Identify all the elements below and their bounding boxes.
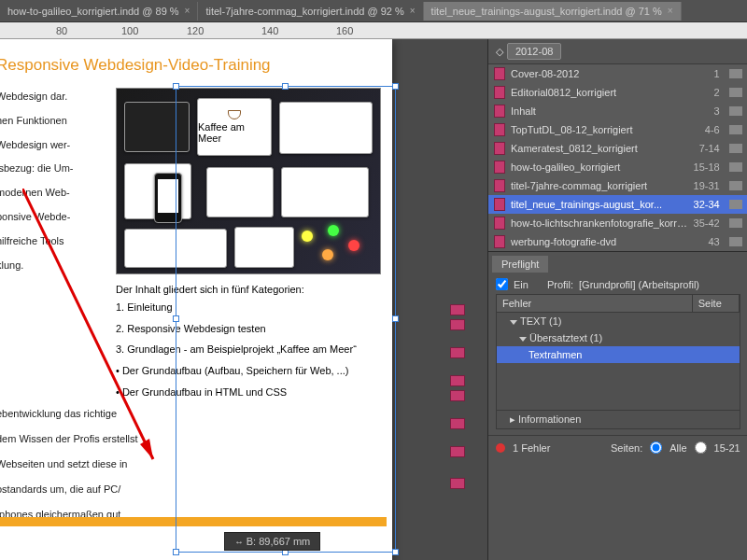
- ruler-horizontal: 80 100 120 140 160: [0, 22, 747, 39]
- document-icon: [494, 217, 505, 230]
- body-text: Webdesign dar. hen Funktionen Webdesign …: [0, 88, 103, 280]
- tab-7jahre[interactable]: titel-7jahre-commag_korrigiert.indd @ 92…: [198, 2, 423, 21]
- spread-icon: [729, 162, 742, 172]
- book-doc-row[interactable]: titel-7jahre-commag_korrigiert19-31: [488, 176, 747, 195]
- spread-icon: [729, 200, 742, 209]
- spread-icon: [729, 237, 742, 246]
- book-documents-list: Cover-08-20121Editorial0812_korrigiert2I…: [488, 64, 747, 251]
- error-group-ubersatz[interactable]: Übersatztext (1): [497, 329, 740, 346]
- content-list: 1. Einleitung 2. Responsive Webdesign te…: [116, 299, 383, 400]
- preflight-tab[interactable]: Preflight: [492, 256, 548, 273]
- close-icon[interactable]: ×: [410, 6, 416, 16]
- preflight-errors: Fehler Seite TEXT (1) Übersatztext (1) T…: [496, 294, 740, 429]
- error-group-text[interactable]: TEXT (1): [497, 313, 740, 329]
- document-icon: [494, 198, 505, 211]
- book-doc-row[interactable]: Editorial0812_korrigiert2: [488, 83, 747, 102]
- document-icon: [494, 86, 505, 99]
- body-text-wide: ebentwicklung das richtige dem Wissen de…: [0, 404, 149, 529]
- collage-image[interactable]: Kaffee am Meer: [116, 88, 381, 274]
- document-icon: [494, 179, 505, 192]
- close-icon[interactable]: ×: [185, 6, 190, 16]
- spread-icon: [729, 106, 742, 116]
- size-status: ↔ B: 89,667 mm: [224, 532, 320, 551]
- book-doc-row[interactable]: Inhalt3: [488, 102, 747, 120]
- document-icon: [494, 67, 505, 80]
- page[interactable]: Responsive Webdesign-Video-Training Kaff…: [0, 39, 392, 560]
- error-count: 1 Fehler: [513, 442, 550, 454]
- document-icon: [494, 235, 505, 248]
- spread-icon: [729, 218, 742, 228]
- book-doc-row[interactable]: Kameratest_0812_korrigiert7-14: [488, 139, 747, 158]
- book-doc-row[interactable]: titel_neue_trainings-august_kor...32-34: [488, 195, 747, 214]
- preflight-enable-checkbox[interactable]: [496, 278, 508, 290]
- book-doc-row[interactable]: Cover-08-20121: [488, 64, 747, 83]
- tab-galileo[interactable]: how-to-galileo_korrigiert.indd @ 89 %×: [0, 2, 198, 21]
- info-disclosure[interactable]: ▸ Informationen: [497, 410, 740, 428]
- document-icon: [494, 123, 505, 136]
- page-title: Responsive Webdesign-Video-Training: [0, 56, 383, 75]
- close-icon[interactable]: ×: [668, 6, 673, 16]
- spread-icon: [729, 125, 742, 134]
- tab-neue-trainings[interactable]: titel_neue_trainings-august_korrigiert.i…: [424, 2, 682, 21]
- book-name[interactable]: 2012-08: [507, 43, 561, 60]
- canvas[interactable]: Responsive Webdesign-Video-Training Kaff…: [0, 39, 431, 560]
- spread-icon: [729, 69, 742, 78]
- error-item-textrahmen[interactable]: Textrahmen: [497, 346, 740, 363]
- document-icon: [494, 161, 505, 174]
- book-doc-row[interactable]: how-to-galileo_korrigiert15-18: [488, 158, 747, 176]
- book-panel-header: ◇2012-08: [488, 39, 747, 64]
- book-doc-row[interactable]: TopTutDL_08-12_korrigiert4-6: [488, 120, 747, 139]
- preflight-profile[interactable]: [Grundprofil] (Arbeitsprofil): [579, 279, 699, 290]
- document-icon: [494, 142, 505, 155]
- spread-icon: [729, 88, 742, 97]
- orange-bar: [0, 517, 387, 526]
- spread-icon: [729, 181, 742, 190]
- error-indicator-icon: [496, 443, 505, 453]
- pages-all-radio[interactable]: [650, 441, 662, 454]
- sub-title: Der Inhalt gliedert sich in fünf Kategor…: [116, 284, 383, 295]
- book-doc-row[interactable]: werbung-fotografie-dvd43: [488, 232, 747, 251]
- pasteboard-gutter: [431, 39, 487, 560]
- book-doc-row[interactable]: how-to-lichtschrankenfotografie_korrigie…: [488, 214, 747, 232]
- document-tabs: how-to-galileo_korrigiert.indd @ 89 %× t…: [0, 0, 747, 22]
- document-icon: [494, 105, 505, 118]
- spread-icon: [729, 144, 742, 153]
- pages-range-radio[interactable]: [695, 441, 707, 454]
